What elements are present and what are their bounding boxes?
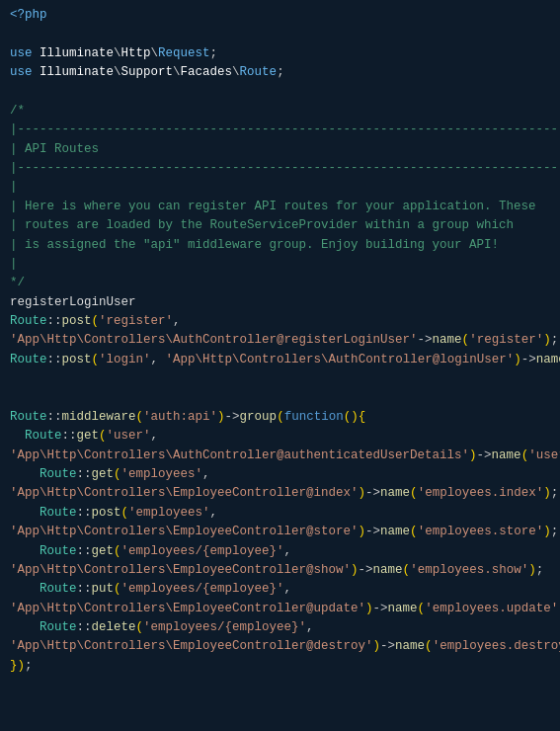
line-delete-employee-2: 'App\Http\Controllers\EmployeeController…: [10, 637, 550, 656]
line-blank-1: [10, 25, 550, 43]
code-editor: <?php use Illuminate\Http\Request; use I…: [0, 0, 560, 731]
line-put-employee-1: Route::put('employees/{employee}',: [10, 580, 550, 599]
line-get-employee-2: 'App\Http\Controllers\EmployeeController…: [10, 561, 550, 580]
line-route-post-register-1: Route::post('register',: [10, 312, 550, 331]
line-blank-2: [10, 83, 550, 102]
line-get-user-2: 'App\Http\Controllers\AuthController@aut…: [10, 447, 550, 465]
line-comment-3: | API Routes: [10, 140, 550, 159]
line-get-employee-1: Route::get('employees/{employee}',: [10, 542, 550, 561]
line-comment-9: |: [10, 255, 550, 274]
line-1: <?php: [10, 6, 550, 25]
line-get-user-1: Route::get('user',: [10, 427, 550, 446]
line-get-employees-2: 'App\Http\Controllers\EmployeeController…: [10, 484, 550, 503]
line-middleware: Route::middleware('auth:api')->group(fun…: [10, 408, 550, 427]
line-route-post-register-2: 'App\Http\Controllers\AuthController@reg…: [10, 331, 550, 350]
line-comment-6: | Here is where you can register API rou…: [10, 198, 550, 216]
line-use-2: use Illuminate\Support\Facades\Route;: [10, 63, 550, 82]
line-register-header: registerLoginUser: [10, 293, 550, 312]
line-route-post-login: Route::post('login', 'App\Http\Controlle…: [10, 351, 550, 369]
line-comment-2: |---------------------------------------…: [10, 121, 550, 139]
line-comment-10: */: [10, 274, 550, 292]
line-comment-1: /*: [10, 102, 550, 121]
line-post-employees-1: Route::post('employees',: [10, 504, 550, 523]
line-get-employees-1: Route::get('employees',: [10, 465, 550, 484]
line-comment-4: |---------------------------------------…: [10, 159, 550, 178]
line-comment-7: | routes are loaded by the RouteServiceP…: [10, 216, 550, 235]
line-comment-5: |: [10, 178, 550, 197]
line-delete-employee-1: Route::delete('employees/{employee}',: [10, 618, 550, 637]
line-blank-4: [10, 389, 550, 408]
line-blank-3: [10, 369, 550, 388]
line-post-employees-2: 'App\Http\Controllers\EmployeeController…: [10, 523, 550, 541]
line-comment-8: | is assigned the "api" middleware group…: [10, 236, 550, 255]
line-closing: });: [10, 657, 550, 676]
line-put-employee-2: 'App\Http\Controllers\EmployeeController…: [10, 600, 550, 618]
line-use-1: use Illuminate\Http\Request;: [10, 44, 550, 63]
